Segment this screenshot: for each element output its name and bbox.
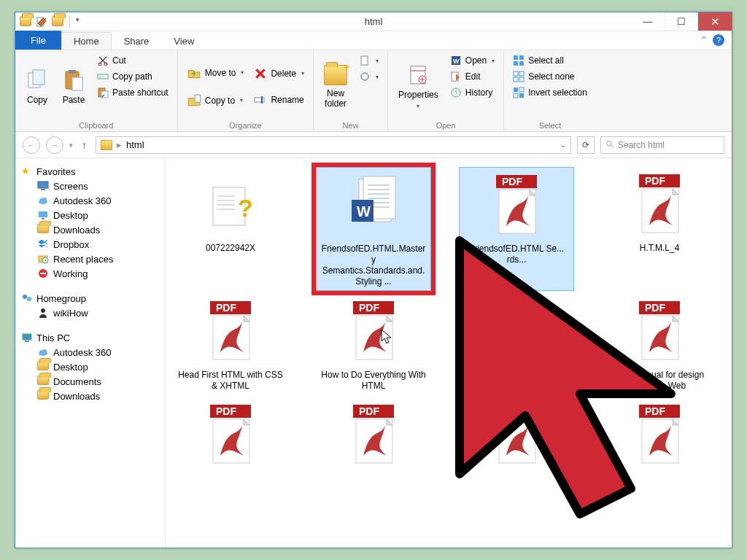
file-item[interactable]: PDF — [316, 397, 431, 476]
minimize-button[interactable]: — — [631, 12, 665, 31]
svg-point-17 — [361, 73, 368, 80]
move-to-button[interactable]: Move to — [184, 64, 247, 82]
group-select: Select all Select none Invert selection … — [504, 50, 596, 131]
svg-rect-32 — [514, 88, 518, 92]
file-item[interactable]: ?007222942X — [173, 167, 288, 291]
sidebar-item-autodesk-360[interactable]: Autodesk 360 — [18, 193, 162, 208]
file-name-label: 007222942X — [176, 243, 285, 254]
sidebar-item-autodesk-360[interactable]: Autodesk 360 — [18, 345, 162, 359]
recent-locations-icon[interactable]: ▾ — [69, 141, 73, 149]
svg-rect-37 — [38, 182, 48, 188]
sidebar-item-recent-places[interactable]: Recent places — [18, 252, 162, 266]
breadcrumb-dropdown-icon[interactable]: ⌄ — [560, 140, 566, 149]
svg-rect-28 — [514, 71, 518, 76]
file-view[interactable]: ?007222942XWFriendsofED.HTML.Mastery Sem… — [166, 158, 732, 548]
svg-rect-16 — [361, 56, 368, 65]
sidebar-item-wikihow[interactable]: wikiHow — [18, 306, 162, 320]
window-title: html — [15, 16, 732, 27]
svg-point-49 — [27, 297, 31, 301]
file-item[interactable]: PDF — [602, 397, 717, 476]
collapse-ribbon-icon[interactable]: ⌃ — [700, 34, 708, 46]
properties-button[interactable]: Properties ▾ — [394, 53, 443, 120]
sidebar-item-screens[interactable]: Screens — [18, 179, 162, 193]
delete-button[interactable]: Delete — [251, 66, 307, 82]
copy-button[interactable]: Copy — [21, 53, 53, 120]
qat-separator — [69, 16, 70, 28]
tab-view[interactable]: View — [161, 32, 206, 50]
properties-qat-icon[interactable] — [36, 16, 47, 28]
svg-point-48 — [23, 295, 27, 299]
file-item[interactable]: PDFH.T.M.L_4 — [602, 167, 717, 291]
file-name-label: HTML visual for design effective Web — [605, 370, 714, 392]
edit-button[interactable]: Edit — [447, 69, 498, 84]
svg-text:PDF: PDF — [216, 302, 236, 314]
copy-to-button[interactable]: Copy to — [184, 92, 247, 109]
qat-dropdown-icon[interactable]: ▾ — [76, 16, 88, 28]
star-icon: ★ — [21, 166, 33, 177]
rename-button[interactable]: Rename — [251, 92, 307, 108]
file-item[interactable]: PDFHTML Dog Best-Practice Guide to XHTML… — [459, 294, 574, 394]
sidebar-item-dropbox[interactable]: Dropbox — [18, 237, 162, 252]
tab-home[interactable]: Home — [61, 32, 112, 50]
tab-share[interactable]: Share — [112, 32, 162, 50]
help-icon[interactable]: ? — [713, 34, 724, 46]
sidebar-item-working[interactable]: Working — [18, 266, 162, 281]
copy-path-button[interactable]: c:\Copy path — [94, 69, 171, 84]
group-open-label: Open — [394, 121, 498, 130]
file-item[interactable]: WFriendsofED.HTML.Mastery Semantics.Stan… — [316, 167, 431, 291]
file-item[interactable]: PDFHow to Do Everything With HTML — [316, 294, 431, 394]
sidebar-favorites[interactable]: ★ Favorites — [18, 164, 162, 179]
svg-rect-34 — [514, 93, 518, 98]
select-all-button[interactable]: Select all — [510, 53, 590, 68]
paste-shortcut-button[interactable]: Paste shortcut — [94, 85, 171, 100]
paste-button[interactable]: Paste — [58, 53, 90, 120]
maximize-button[interactable]: ☐ — [665, 12, 698, 31]
folder-small-icon — [20, 16, 31, 28]
svg-text:PDF: PDF — [216, 405, 236, 417]
svg-text:PDF: PDF — [645, 175, 665, 187]
sidebar-item-downloads[interactable]: Downloads — [18, 389, 162, 403]
invert-selection-button[interactable]: Invert selection — [510, 85, 590, 100]
file-item[interactable]: PDFHead First HTML with CSS & XHTML — [173, 294, 288, 394]
open-button[interactable]: WOpen — [447, 53, 498, 68]
svg-text:PDF: PDF — [645, 405, 665, 417]
sidebar-item-desktop[interactable]: Desktop — [18, 208, 162, 222]
svg-rect-31 — [519, 77, 524, 82]
sidebar-this-pc[interactable]: This PC — [18, 330, 162, 345]
file-item[interactable]: PDFFriendsofED.HTML Se... rds... — [459, 167, 574, 291]
computer-icon — [21, 332, 33, 343]
breadcrumb-current[interactable]: html — [126, 139, 144, 150]
svg-rect-35 — [519, 93, 524, 98]
refresh-button[interactable]: ⟳ — [577, 136, 595, 154]
sidebar-item-desktop[interactable]: Desktop — [18, 359, 162, 374]
up-button[interactable]: ↑ — [79, 139, 90, 151]
close-button[interactable]: ✕ — [698, 12, 732, 31]
sidebar-item-downloads[interactable]: Downloads — [18, 222, 162, 237]
search-box[interactable]: Search html — [600, 136, 724, 154]
sidebar-item-documents[interactable]: Documents — [18, 374, 162, 389]
new-item-button[interactable] — [356, 53, 382, 68]
back-button[interactable]: ← — [23, 136, 40, 154]
select-none-button[interactable]: Select none — [510, 69, 590, 84]
copy-label: Copy — [27, 95, 47, 105]
new-folder-qat-icon[interactable] — [52, 16, 63, 28]
history-button[interactable]: History — [447, 85, 498, 100]
word-file-icon: W — [343, 175, 404, 236]
svg-text:PDF: PDF — [502, 405, 522, 417]
file-item[interactable]: PDFHTML visual for design effective Web — [602, 294, 717, 394]
svg-rect-6 — [72, 77, 82, 90]
pdf-file-icon: PDF — [343, 301, 404, 362]
group-new: ✦ New folder New — [314, 50, 388, 131]
breadcrumb[interactable]: ▸ html ⌄ — [96, 136, 571, 154]
file-item[interactable]: PDF — [459, 397, 574, 476]
sidebar-homegroup[interactable]: Homegroup — [18, 291, 162, 306]
forward-button[interactable]: → — [46, 136, 63, 154]
file-name-label: How to Do Everything With HTML — [319, 370, 428, 392]
cut-button[interactable]: Cut — [94, 53, 171, 68]
tab-file[interactable]: File — [15, 31, 61, 50]
new-folder-button[interactable]: ✦ New folder — [320, 53, 352, 120]
file-item[interactable]: PDF — [173, 397, 288, 476]
easy-access-button[interactable] — [356, 69, 382, 84]
svg-rect-27 — [519, 61, 524, 66]
homegroup-icon — [21, 292, 33, 304]
